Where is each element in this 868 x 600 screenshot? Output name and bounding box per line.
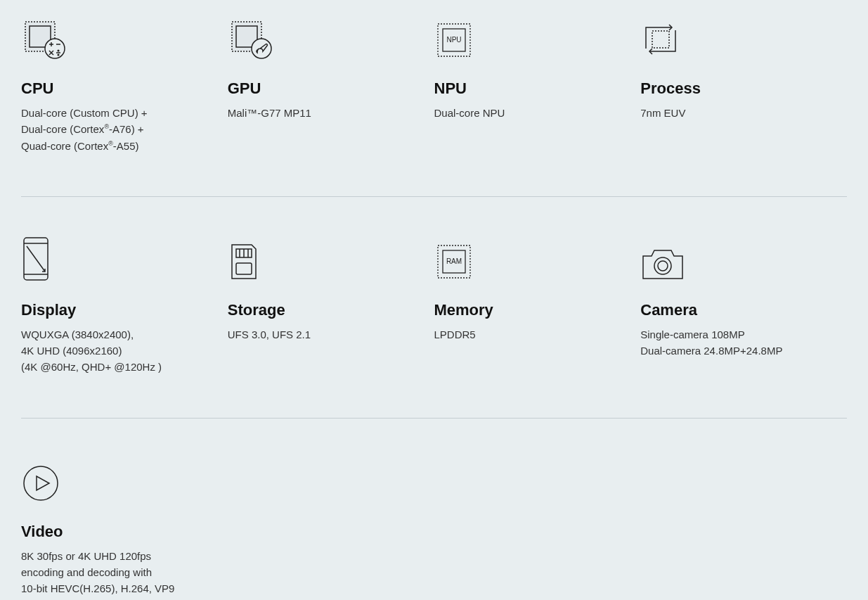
process-icon [640, 14, 833, 60]
ram-chip-label: RAM [446, 257, 461, 265]
spec-title: Camera [640, 301, 833, 319]
video-icon [21, 457, 214, 503]
svg-point-28 [654, 257, 671, 274]
npu-chip-label: NPU [446, 36, 461, 44]
svg-point-9 [58, 50, 59, 51]
svg-point-2 [45, 39, 65, 58]
storage-icon [228, 236, 420, 281]
spec-desc: Dual-core NPU [434, 105, 627, 121]
svg-line-20 [27, 246, 45, 272]
npu-icon: NPU [434, 14, 627, 60]
spec-desc: UFS 3.0, UFS 2.1 [228, 326, 420, 343]
display-icon [21, 236, 214, 281]
spec-desc: Dual-core (Custom CPU) +Dual-core (Corte… [21, 105, 214, 154]
spec-title: NPU [434, 79, 627, 98]
svg-marker-31 [37, 476, 49, 490]
spec-title: Video [21, 523, 214, 541]
camera-icon [640, 236, 833, 281]
spec-camera: Camera Single-camera 108MPDual-camera 24… [640, 236, 847, 376]
svg-rect-16 [652, 31, 669, 48]
spec-video: Video 8K 30fps or 4K UHD 120fpsencoding … [21, 457, 228, 597]
spec-row-2: Display WQUXGA (3840x2400),4K UHD (4096x… [21, 196, 847, 418]
spec-title: Storage [228, 301, 420, 319]
svg-rect-25 [236, 263, 252, 274]
svg-point-10 [58, 54, 59, 56]
spec-desc: WQUXGA (3840x2400),4K UHD (4096x2160)(4K… [21, 326, 214, 376]
spec-title: Memory [434, 301, 627, 319]
spec-display: Display WQUXGA (3840x2400),4K UHD (4096x… [21, 236, 228, 376]
spec-storage: Storage UFS 3.0, UFS 2.1 [228, 236, 434, 376]
spec-desc: 7nm EUV [640, 105, 833, 121]
spec-desc: 8K 30fps or 4K UHD 120fpsencoding and de… [21, 548, 214, 597]
spec-row-1: CPU Dual-core (Custom CPU) +Dual-core (C… [21, 14, 847, 196]
spec-process: Process 7nm EUV [640, 14, 847, 154]
spec-title: GPU [228, 79, 420, 98]
spec-title: Process [640, 79, 833, 98]
gpu-icon [228, 14, 420, 60]
spec-memory: RAM Memory LPDDR5 [434, 236, 641, 376]
spec-npu: NPU NPU Dual-core NPU [434, 14, 641, 154]
spec-title: CPU [21, 79, 214, 98]
memory-icon: RAM [434, 236, 627, 281]
spec-row-3: Video 8K 30fps or 4K UHD 120fpsencoding … [21, 418, 847, 601]
spec-desc: LPDDR5 [434, 326, 627, 343]
spec-cpu: CPU Dual-core (Custom CPU) +Dual-core (C… [21, 14, 228, 154]
spec-desc: Mali™-G77 MP11 [228, 105, 420, 121]
svg-point-30 [24, 466, 58, 500]
cpu-icon [21, 14, 214, 60]
spec-gpu: GPU Mali™-G77 MP11 [228, 14, 434, 154]
spec-grid: CPU Dual-core (Custom CPU) +Dual-core (C… [0, 0, 868, 600]
spec-title: Display [21, 301, 214, 319]
spec-desc: Single-camera 108MPDual-camera 24.8MP+24… [640, 326, 833, 359]
svg-point-29 [658, 261, 668, 271]
